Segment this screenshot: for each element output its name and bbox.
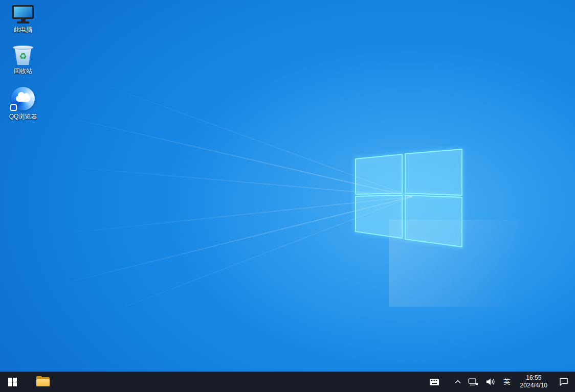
touch-keyboard-button[interactable] <box>426 372 443 392</box>
light-beam <box>0 196 412 242</box>
show-hidden-icons-button[interactable] <box>451 372 465 392</box>
clock-time: 16:55 <box>526 374 541 382</box>
light-beam <box>0 196 412 302</box>
windows-logo-wallpaper <box>353 147 464 249</box>
folder-icon <box>36 377 50 387</box>
desktop-icon-label: 回收站 <box>14 67 32 75</box>
this-pc-icon <box>12 5 34 24</box>
volume-button[interactable] <box>482 372 499 392</box>
action-center-button[interactable] <box>552 372 575 392</box>
light-beam <box>0 99 412 197</box>
light-beam <box>6 49 412 197</box>
network-button[interactable] <box>465 372 482 392</box>
desktop-icon-recycle-bin[interactable]: ♻ 回收站 <box>3 45 43 75</box>
light-wedge <box>389 220 575 307</box>
start-button[interactable] <box>0 372 25 392</box>
desktop-icon-this-pc[interactable]: 此电脑 <box>3 5 43 33</box>
qq-browser-icon <box>11 87 35 110</box>
light-beam <box>0 158 412 197</box>
wallpaper-glow <box>0 0 575 392</box>
desktop-icon-qq-browser[interactable]: QQ浏览器 <box>3 87 43 120</box>
ethernet-icon <box>468 378 478 386</box>
desktop-icon-label: QQ浏览器 <box>9 113 37 120</box>
windows-start-icon <box>8 378 17 386</box>
file-explorer-button[interactable] <box>31 372 55 392</box>
recycle-bin-icon: ♻ <box>13 45 33 65</box>
qq-browser-badge <box>10 104 17 111</box>
taskbar-clock[interactable]: 16:55 2024/4/10 <box>515 372 552 392</box>
ime-label: 英 <box>504 377 511 386</box>
taskbar: 英 16:55 2024/4/10 <box>0 372 575 392</box>
desktop-icon-column: 此电脑 ♻ 回收站 QQ浏览器 <box>3 5 43 120</box>
action-center-icon <box>559 378 568 386</box>
desktop: 此电脑 ♻ 回收站 QQ浏览器 <box>0 0 575 392</box>
light-beam <box>8 196 412 352</box>
touch-keyboard-icon <box>429 378 439 386</box>
chevron-up-icon <box>455 380 461 384</box>
system-tray: 英 16:55 2024/4/10 <box>426 372 575 392</box>
recycle-glyph: ♻ <box>19 52 27 61</box>
volume-icon <box>485 378 496 386</box>
clock-date: 2024/4/10 <box>520 382 547 389</box>
ime-indicator[interactable]: 英 <box>499 372 515 392</box>
desktop-icon-label: 此电脑 <box>14 26 32 33</box>
